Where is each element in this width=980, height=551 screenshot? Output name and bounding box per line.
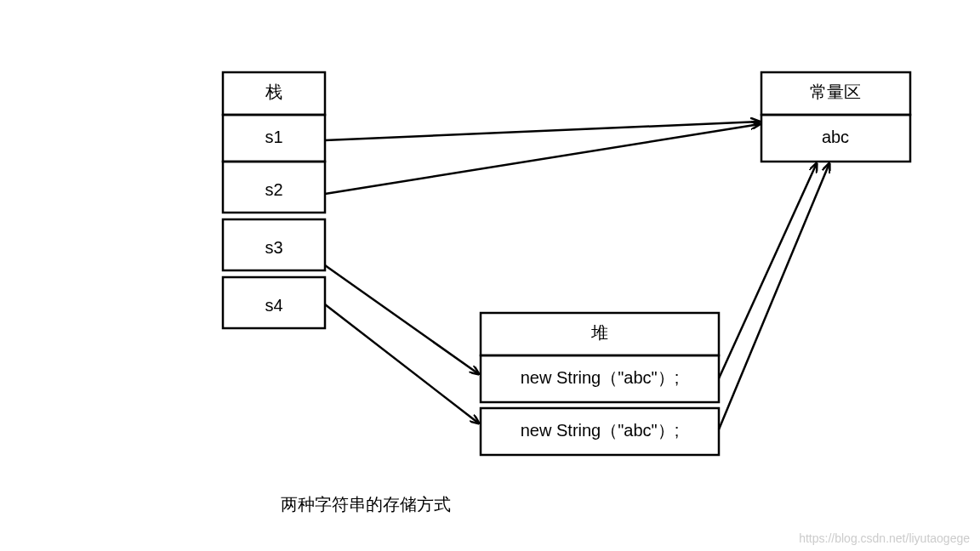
arrow-s2-const: [325, 124, 760, 194]
heap-box: 堆 new String（"abc"）; new String（"abc"）;: [481, 313, 719, 455]
stack-title-text: 栈: [265, 82, 282, 101]
diagram-caption: 两种字符串的存储方式: [281, 495, 451, 514]
const-label-abc: abc: [822, 128, 849, 146]
stack-label-s3: s3: [265, 238, 282, 257]
heap-title-text: 堆: [590, 323, 608, 342]
stack-label-s1: s1: [265, 128, 282, 146]
heap-label-2: new String（"abc"）;: [521, 421, 680, 440]
stack-label-s4: s4: [265, 296, 282, 315]
arrow-s4-heap2: [325, 304, 479, 423]
const-title-text: 常量区: [810, 82, 861, 101]
const-pool-box: 常量区 abc: [761, 72, 910, 162]
arrow-s1-const: [325, 122, 760, 140]
arrow-heap2-const: [719, 163, 829, 429]
diagram-canvas: 栈 s1 s2 s3 s4 堆 new String（"abc"）; new S…: [0, 0, 980, 551]
stack-box: 栈 s1 s2 s3 s4: [223, 72, 325, 328]
arrow-heap1-const: [719, 163, 817, 378]
arrow-s3-heap1: [325, 265, 479, 374]
stack-label-s2: s2: [265, 180, 282, 199]
heap-label-1: new String（"abc"）;: [521, 368, 680, 387]
watermark-text: https://blog.csdn.net/liyutaogege: [799, 531, 970, 545]
